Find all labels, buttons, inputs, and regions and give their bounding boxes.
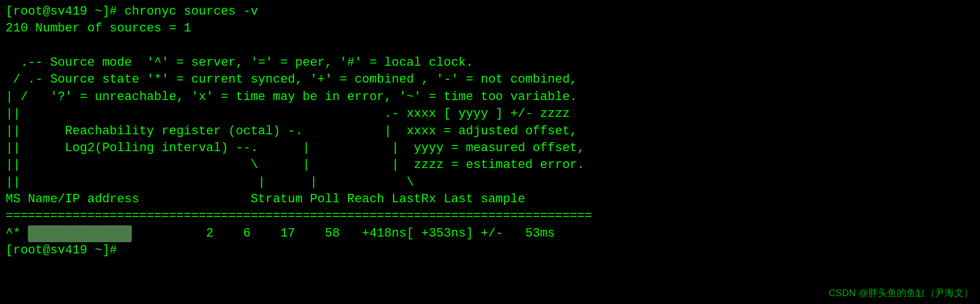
line-3 [6, 38, 974, 55]
line-7: || .- xxxx [ yyyy ] +/- zzzz [6, 106, 974, 122]
watermark: CSDN @胖头鱼的鱼缸（尹海文） [829, 287, 973, 300]
line-6: | / '?' = unreachable, 'x' = time may be… [6, 89, 974, 106]
line-12: MS Name/IP address Stratum Poll Reach La… [6, 191, 974, 208]
separator-line: ========================================… [6, 208, 974, 225]
line-5: / .- Source state '*' = current synced, … [6, 71, 974, 88]
line-8: || Reachability register (octal) -. | xx… [6, 123, 974, 140]
line-1: [root@sv419 ~]# chronyc sources -v [6, 3, 974, 20]
terminal-window: [root@sv419 ~]# chronyc sources -v 210 N… [0, 0, 980, 304]
line-2: 210 Number of sources = 1 [6, 20, 974, 37]
line-prompt: [root@sv419 ~]# [6, 242, 974, 259]
line-11: || | | \ [6, 174, 974, 191]
ip-address: ██████████████ [28, 225, 132, 242]
data-row: ^* ██████████████ 2 6 17 58 +418ns[ +353… [6, 225, 974, 242]
line-9: || Log2(Polling interval) --. | | yyyy =… [6, 140, 974, 157]
line-4: .-- Source mode '^' = server, '=' = peer… [6, 55, 974, 71]
line-10: || \ | | zzzz = estimated error. [6, 157, 974, 174]
